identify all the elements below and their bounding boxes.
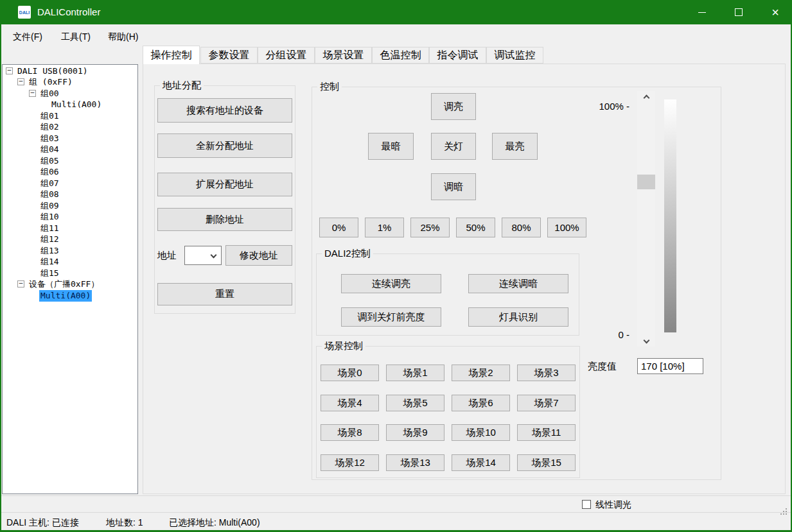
control-title: 控制 (317, 81, 342, 93)
tree-item-group03[interactable]: 组03 (3, 133, 60, 144)
tree-item-group11[interactable]: 组11 (3, 223, 60, 234)
resize-grip-icon[interactable] (786, 508, 787, 510)
tab-scene-settings[interactable]: 场景设置 (315, 47, 372, 64)
scroll-up-button[interactable] (637, 91, 655, 102)
menu-tools[interactable]: 工具(T) (57, 30, 94, 44)
tree-item-multi-a00-group00[interactable]: Multi(A00) (3, 99, 103, 110)
dim-down-button[interactable]: 调暗 (431, 173, 476, 200)
scene-7-button[interactable]: 场景7 (517, 395, 576, 411)
scene-15-button[interactable]: 场景15 (517, 454, 576, 471)
scene-3-button[interactable]: 场景3 (517, 365, 576, 381)
delete-address-button[interactable]: 删除地址 (157, 208, 292, 231)
minimum-button[interactable]: 最暗 (368, 133, 414, 160)
tree-item-group-root[interactable]: −组 (0xFF) (3, 76, 74, 88)
scrollbar-thumb[interactable] (637, 175, 655, 189)
scene-5-button[interactable]: 场景5 (386, 395, 444, 411)
tree-item-group13[interactable]: 组13 (3, 245, 60, 257)
title-bar: DALI DALIController × (0, 0, 792, 24)
tree-item-group05[interactable]: 组05 (3, 155, 60, 167)
modify-address-button[interactable]: 修改地址 (225, 245, 292, 266)
scene-8-button[interactable]: 场景8 (321, 424, 379, 441)
maximum-button[interactable]: 最亮 (492, 133, 538, 160)
tree-item-group04[interactable]: 组04 (3, 144, 60, 155)
luminaire-identify-button[interactable]: 灯具识别 (468, 307, 568, 327)
tree-item-device-broadcast[interactable]: −设备（广播0xFF） (3, 279, 100, 290)
tree-collapse-icon[interactable]: − (17, 280, 24, 287)
scene-10-button[interactable]: 场景10 (452, 424, 510, 441)
scene-0-button[interactable]: 场景0 (321, 365, 379, 381)
reset-button[interactable]: 重置 (157, 283, 292, 305)
tree-item-dali-usb[interactable]: −DALI USB(0001) (3, 65, 89, 77)
scene-4-button[interactable]: 场景4 (321, 395, 379, 411)
scene-11-button[interactable]: 场景11 (517, 424, 576, 441)
assign-new-address-button[interactable]: 全新分配地址 (157, 133, 292, 158)
tab-parameter-settings[interactable]: 参数设置 (200, 47, 258, 64)
scene-6-button[interactable]: 场景6 (452, 395, 510, 411)
tree-item-group10[interactable]: 组10 (3, 211, 60, 223)
tree-item-group01[interactable]: 组01 (3, 110, 60, 122)
status-selected-address: 已选择地址: Multi(A00) (169, 517, 260, 529)
tab-color-temp-control[interactable]: 色温控制 (372, 47, 429, 64)
scene-13-button[interactable]: 场景13 (386, 454, 444, 471)
tree-item-group00[interactable]: −组00 (3, 88, 60, 99)
address-combobox[interactable] (184, 246, 222, 265)
dim-up-button[interactable]: 调亮 (431, 93, 476, 120)
chevron-down-icon (211, 252, 217, 259)
tab-operation-control[interactable]: 操作控制 (143, 46, 200, 64)
tree-item-group08[interactable]: 组08 (3, 189, 60, 200)
tab-command-debug[interactable]: 指令调试 (429, 47, 486, 64)
tree-item-group14[interactable]: 组14 (3, 256, 60, 268)
tree-item-group15[interactable]: 组15 (3, 268, 60, 279)
scene-2-button[interactable]: 场景2 (452, 365, 510, 381)
assign-extended-address-button[interactable]: 扩展分配地址 (157, 173, 292, 196)
tree-item-group06[interactable]: 组06 (3, 166, 60, 178)
scene-14-button[interactable]: 场景14 (452, 454, 510, 471)
tree-item-group12[interactable]: 组12 (3, 234, 60, 245)
statusbar-divider (1, 512, 791, 513)
minimize-icon (698, 12, 706, 13)
app-window: DALI DALIController × 文件(F) 工具(T) 帮助(H) … (0, 0, 792, 532)
maximize-icon (735, 8, 743, 16)
tree-item-multi-a00-selected[interactable]: Multi(A00) (3, 290, 92, 302)
footer-divider (1, 495, 791, 496)
tree-item-group02[interactable]: 组02 (3, 121, 60, 133)
scroll-down-button[interactable] (637, 336, 655, 347)
app-icon-text: DALI (19, 10, 30, 15)
percent-50-button[interactable]: 50% (456, 218, 495, 237)
tree-collapse-icon[interactable]: − (17, 78, 24, 85)
tree-item-group09[interactable]: 组09 (3, 200, 60, 212)
recall-last-level-button[interactable]: 调到关灯前亮度 (341, 307, 441, 327)
tab-group-settings[interactable]: 分组设置 (258, 47, 315, 64)
tree-collapse-icon[interactable]: − (6, 67, 13, 74)
continuous-dim-down-button[interactable]: 连续调暗 (468, 274, 568, 293)
device-tree: −DALI USB(0001) −组 (0xFF) −组00 Multi(A00… (2, 64, 138, 494)
slider-min-label: 0 - (585, 329, 629, 340)
tab-debug-monitor[interactable]: 调试监控 (486, 47, 543, 64)
brightness-scrollbar[interactable] (637, 91, 655, 347)
percent-1-button[interactable]: 1% (365, 218, 404, 237)
continuous-dim-up-button[interactable]: 连续调亮 (341, 274, 441, 293)
menu-file[interactable]: 文件(F) (9, 30, 46, 44)
brightness-value-label: 亮度值 (588, 361, 617, 373)
lights-off-button[interactable]: 关灯 (431, 133, 476, 160)
dali2-control-title: DALI2控制 (322, 248, 373, 260)
scene-12-button[interactable]: 场景12 (321, 454, 379, 471)
scene-9-button[interactable]: 场景9 (386, 424, 444, 441)
close-button[interactable]: × (761, 0, 790, 24)
percent-100-button[interactable]: 100% (547, 218, 586, 237)
percent-0-button[interactable]: 0% (319, 218, 358, 237)
percent-25-button[interactable]: 25% (410, 218, 450, 237)
chevron-down-icon (643, 337, 649, 343)
brightness-value-field[interactable]: 170 [10%] (637, 358, 703, 374)
search-addressed-devices-button[interactable]: 搜索有地址的设备 (157, 98, 292, 123)
maximize-button[interactable] (724, 0, 753, 24)
window-body: 文件(F) 工具(T) 帮助(H) 操作控制 参数设置 分组设置 场景设置 色温… (1, 24, 791, 530)
status-host: DALI 主机: 已连接 (6, 517, 79, 529)
tree-item-group07[interactable]: 组07 (3, 178, 60, 189)
menu-help[interactable]: 帮助(H) (104, 30, 142, 44)
percent-80-button[interactable]: 80% (502, 218, 541, 237)
minimize-button[interactable] (687, 0, 717, 24)
scene-1-button[interactable]: 场景1 (386, 365, 444, 381)
tree-collapse-icon[interactable]: − (29, 90, 36, 97)
linear-dimming-checkbox[interactable] (582, 500, 591, 509)
